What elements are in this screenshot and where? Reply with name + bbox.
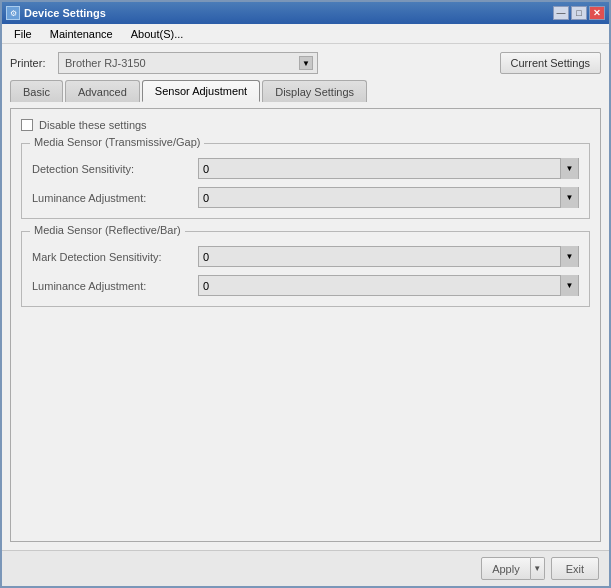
- apply-dropdown-arrow-icon: ▼: [533, 564, 541, 573]
- window-body: Printer: Brother RJ-3150 ▼ Current Setti…: [2, 44, 609, 550]
- current-settings-button[interactable]: Current Settings: [500, 52, 601, 74]
- transmissive-row-0: Detection Sensitivity: 0 ▼: [32, 158, 579, 179]
- maximize-icon: □: [576, 8, 581, 18]
- reflective-dropdown-0[interactable]: 0 ▼: [198, 246, 579, 267]
- menu-about[interactable]: About(S)...: [123, 26, 192, 42]
- transmissive-value-1: 0: [203, 192, 209, 204]
- close-icon: ✕: [593, 8, 601, 18]
- transmissive-value-0: 0: [203, 163, 209, 175]
- tab-advanced[interactable]: Advanced: [65, 80, 140, 102]
- transmissive-arrow-1: ▼: [560, 187, 578, 208]
- transmissive-dropdown-1[interactable]: 0 ▼: [198, 187, 579, 208]
- printer-label: Printer:: [10, 57, 50, 69]
- reflective-row-1: Luminance Adjustment: 0 ▼: [32, 275, 579, 296]
- transmissive-label-0: Detection Sensitivity:: [32, 163, 192, 175]
- transmissive-dropdown-0[interactable]: 0 ▼: [198, 158, 579, 179]
- reflective-label-1: Luminance Adjustment:: [32, 280, 192, 292]
- tab-basic[interactable]: Basic: [10, 80, 63, 102]
- apply-button-group: Apply ▼: [481, 557, 545, 580]
- window-title: Device Settings: [24, 7, 106, 19]
- dropdown-arrow-icon: ▼: [302, 59, 310, 68]
- dropdown-arrow-icon-t0: ▼: [566, 164, 574, 173]
- disable-checkbox-label: Disable these settings: [39, 119, 147, 131]
- transmissive-row-1: Luminance Adjustment: 0 ▼: [32, 187, 579, 208]
- reflective-arrow-0: ▼: [560, 246, 578, 267]
- menu-maintenance[interactable]: Maintenance: [42, 26, 121, 42]
- menu-bar: File Maintenance About(S)...: [2, 24, 609, 44]
- reflective-value-0: 0: [203, 251, 209, 263]
- tab-sensor-adjustment[interactable]: Sensor Adjustment: [142, 80, 260, 102]
- disable-checkbox[interactable]: [21, 119, 33, 131]
- bottom-bar: Apply ▼ Exit: [2, 550, 609, 586]
- reflective-value-1: 0: [203, 280, 209, 292]
- device-settings-window: ⚙ Device Settings — □ ✕ File Maintenance…: [0, 0, 611, 588]
- minimize-icon: —: [557, 8, 566, 18]
- tabs-row: Basic Advanced Sensor Adjustment Display…: [10, 80, 601, 102]
- dropdown-arrow-icon-r1: ▼: [566, 281, 574, 290]
- dropdown-arrow-icon-t1: ▼: [566, 193, 574, 202]
- dropdown-arrow-icon-r0: ▼: [566, 252, 574, 261]
- printer-dropdown-arrow: ▼: [299, 56, 313, 70]
- window-icon-glyph: ⚙: [10, 9, 17, 18]
- title-bar-left: ⚙ Device Settings: [6, 6, 106, 20]
- group-reflective-title: Media Sensor (Reflective/Bar): [30, 224, 185, 236]
- printer-dropdown[interactable]: Brother RJ-3150 ▼: [58, 52, 318, 74]
- group-transmissive-title: Media Sensor (Transmissive/Gap): [30, 136, 204, 148]
- maximize-button[interactable]: □: [571, 6, 587, 20]
- tab-content: Disable these settings Media Sensor (Tra…: [10, 108, 601, 542]
- group-reflective: Media Sensor (Reflective/Bar) Mark Detec…: [21, 231, 590, 307]
- reflective-dropdown-1[interactable]: 0 ▼: [198, 275, 579, 296]
- reflective-row-0: Mark Detection Sensitivity: 0 ▼: [32, 246, 579, 267]
- reflective-arrow-1: ▼: [560, 275, 578, 296]
- exit-button[interactable]: Exit: [551, 557, 599, 580]
- apply-button[interactable]: Apply: [481, 557, 531, 580]
- close-button[interactable]: ✕: [589, 6, 605, 20]
- transmissive-label-1: Luminance Adjustment:: [32, 192, 192, 204]
- menu-file[interactable]: File: [6, 26, 40, 42]
- apply-dropdown-button[interactable]: ▼: [531, 557, 545, 580]
- title-bar: ⚙ Device Settings — □ ✕: [2, 2, 609, 24]
- reflective-label-0: Mark Detection Sensitivity:: [32, 251, 192, 263]
- transmissive-arrow-0: ▼: [560, 158, 578, 179]
- disable-checkbox-row: Disable these settings: [21, 119, 590, 131]
- title-buttons: — □ ✕: [553, 6, 605, 20]
- minimize-button[interactable]: —: [553, 6, 569, 20]
- group-transmissive: Media Sensor (Transmissive/Gap) Detectio…: [21, 143, 590, 219]
- printer-value: Brother RJ-3150: [65, 57, 146, 69]
- window-icon: ⚙: [6, 6, 20, 20]
- printer-row: Printer: Brother RJ-3150 ▼ Current Setti…: [10, 52, 601, 74]
- tab-display-settings[interactable]: Display Settings: [262, 80, 367, 102]
